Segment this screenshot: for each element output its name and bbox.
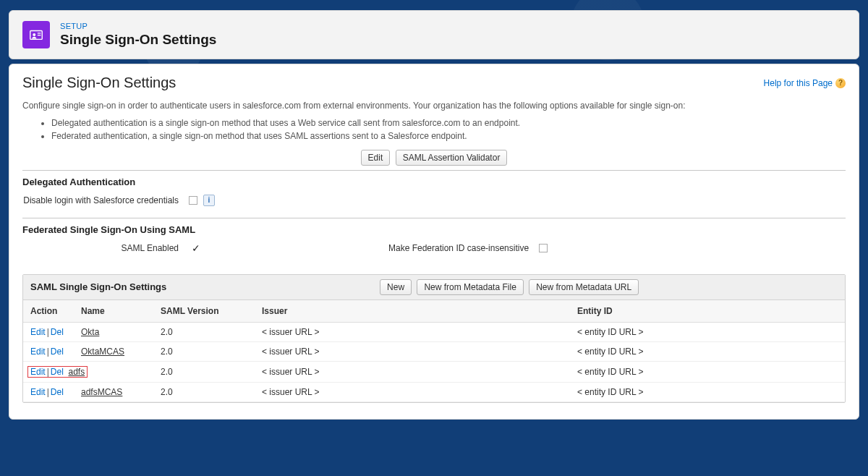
new-from-url-button[interactable]: New from Metadata URL: [529, 279, 639, 295]
row-name-link[interactable]: adfsMCAS: [81, 387, 122, 397]
delegated-auth-section: Delegated Authentication: [22, 174, 846, 190]
row-name-link[interactable]: Okta: [81, 327, 99, 337]
col-version: SAML Version: [153, 300, 255, 323]
federated-section: Federated Single Sign-On Using SAML: [22, 221, 846, 238]
col-action: Action: [23, 300, 74, 323]
intro-text: Configure single sign-on in order to aut…: [22, 100, 846, 112]
svg-rect-3: [38, 35, 41, 35]
row-version: 2.0: [153, 341, 255, 361]
checkmark-icon: ✓: [189, 242, 200, 254]
header-eyebrow: SETUP: [60, 22, 216, 30]
row-issuer: < issuer URL >: [255, 341, 570, 361]
saml-validator-button[interactable]: SAML Assertion Validator: [396, 150, 508, 166]
row-del-link[interactable]: Del: [51, 387, 64, 397]
disable-login-label: Disable login with Salesforce credential…: [22, 195, 189, 205]
row-del-link[interactable]: Del: [51, 327, 64, 337]
page-title: Single Sign-On Settings: [22, 75, 176, 91]
svg-point-1: [33, 33, 35, 36]
top-button-row: Edit SAML Assertion Validator: [22, 150, 846, 166]
col-issuer: Issuer: [255, 300, 570, 323]
bullet-federated: Federated authentication, a single sign-…: [51, 129, 846, 143]
bullet-delegated: Delegated authentication is a single sig…: [51, 116, 846, 129]
disable-login-checkbox[interactable]: [189, 196, 197, 205]
row-edit-link[interactable]: Edit: [30, 347, 46, 357]
row-entity: < entity ID URL >: [570, 382, 845, 401]
fed-case-checkbox[interactable]: [539, 244, 548, 252]
new-button[interactable]: New: [380, 279, 412, 295]
help-link[interactable]: Help for this Page ?: [764, 78, 846, 88]
row-edit-link[interactable]: Edit: [30, 367, 46, 377]
row-issuer: < issuer URL >: [255, 361, 570, 382]
sso-options-list: Delegated authentication is a single sig…: [51, 116, 846, 143]
id-card-icon: [22, 21, 50, 48]
row-version: 2.0: [153, 322, 255, 341]
info-icon[interactable]: i: [203, 195, 215, 206]
table-row: Edit|DelOkta2.0< issuer URL >< entity ID…: [23, 322, 845, 341]
saml-table: Action Name SAML Version Issuer Entity I…: [23, 300, 845, 402]
saml-table-title: SAML Single Sign-On Settings: [30, 281, 166, 292]
col-entity: Entity ID: [570, 300, 845, 323]
row-del-link[interactable]: Del: [51, 367, 64, 377]
help-link-label: Help for this Page: [764, 78, 833, 88]
row-version: 2.0: [153, 361, 255, 382]
content-panel: Single Sign-On Settings Help for this Pa…: [9, 64, 859, 420]
row-entity: < entity ID URL >: [570, 361, 845, 382]
row-name-link[interactable]: OktaMCAS: [81, 347, 124, 357]
col-name: Name: [74, 300, 153, 323]
row-del-link[interactable]: Del: [51, 347, 64, 357]
saml-sso-settings-panel: SAML Single Sign-On Settings New New fro…: [22, 274, 846, 403]
row-issuer: < issuer URL >: [255, 322, 570, 341]
saml-enabled-label: SAML Enabled: [22, 243, 189, 253]
header-title: Single Sign-On Settings: [60, 32, 216, 48]
fed-case-label: Make Federation ID case-insensitive: [388, 243, 529, 253]
row-edit-link[interactable]: Edit: [30, 387, 46, 397]
row-name-link[interactable]: adfs: [69, 367, 85, 377]
table-row: Edit|DelOktaMCAS2.0< issuer URL >< entit…: [23, 341, 845, 361]
row-entity: < entity ID URL >: [570, 341, 845, 361]
setup-header: SETUP Single Sign-On Settings: [9, 10, 859, 59]
svg-rect-2: [38, 33, 41, 33]
table-row: Edit|Del adfs2.0< issuer URL >< entity I…: [23, 361, 845, 382]
row-issuer: < issuer URL >: [255, 382, 570, 401]
row-entity: < entity ID URL >: [570, 322, 845, 341]
row-version: 2.0: [153, 382, 255, 401]
new-from-file-button[interactable]: New from Metadata File: [417, 279, 523, 295]
help-icon: ?: [835, 78, 846, 88]
edit-button[interactable]: Edit: [361, 150, 391, 166]
table-row: Edit|DeladfsMCAS2.0< issuer URL >< entit…: [23, 382, 845, 401]
row-edit-link[interactable]: Edit: [30, 327, 46, 337]
